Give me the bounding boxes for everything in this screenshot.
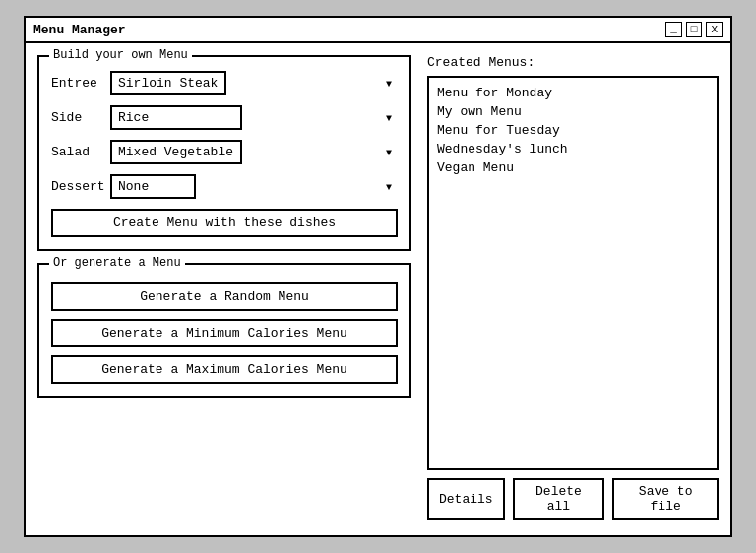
build-menu-label: Build your own Menu [49, 48, 192, 62]
generate-random-button[interactable]: Generate a Random Menu [51, 282, 398, 311]
dessert-select-wrapper: None Ice Cream Cake Pie [110, 174, 398, 199]
side-label: Side [51, 110, 110, 125]
salad-select[interactable]: Mixed Vegetable Caesar Greek None [110, 140, 242, 164]
window-title: Menu Manager [33, 23, 126, 37]
salad-select-wrapper: Mixed Vegetable Caesar Greek None [110, 140, 398, 164]
dessert-row: Dessert None Ice Cream Cake Pie [51, 174, 398, 199]
list-item[interactable]: Vegan Menu [437, 158, 709, 177]
list-item[interactable]: Wednesday's lunch [437, 140, 709, 158]
list-item[interactable]: Menu for Monday [437, 84, 709, 102]
list-item[interactable]: My own Menu [437, 102, 709, 121]
side-select-wrapper: Rice Mashed Potatoes Fries None [110, 105, 398, 130]
side-row: Side Rice Mashed Potatoes Fries None [51, 105, 398, 130]
create-menu-button[interactable]: Create Menu with these dishes [51, 209, 398, 237]
generate-buttons-container: Generate a Random Menu Generate a Minimu… [51, 282, 398, 384]
menus-list[interactable]: Menu for Monday My own Menu Menu for Tue… [427, 76, 719, 470]
maximize-button[interactable]: □ [686, 22, 703, 37]
left-panel: Build your own Menu Entree Sirloin Steak… [37, 55, 411, 520]
dessert-label: Dessert [51, 179, 110, 194]
list-item[interactable]: Menu for Tuesday [437, 121, 709, 140]
salad-row: Salad Mixed Vegetable Caesar Greek None [51, 140, 398, 164]
title-bar-controls: _ □ X [665, 22, 723, 37]
right-panel: Created Menus: Menu for Monday My own Me… [427, 55, 719, 520]
bottom-buttons-container: Details Delete all Save to file [427, 478, 719, 520]
entree-row: Entree Sirloin Steak Chicken Fish Pasta [51, 71, 398, 95]
minimize-button[interactable]: _ [665, 22, 682, 37]
delete-all-button[interactable]: Delete all [513, 478, 605, 520]
save-to-file-button[interactable]: Save to file [612, 478, 719, 520]
side-select[interactable]: Rice Mashed Potatoes Fries None [110, 105, 242, 130]
generate-menu-group: Or generate a Menu Generate a Random Men… [37, 263, 411, 398]
dessert-select[interactable]: None Ice Cream Cake Pie [110, 174, 196, 199]
entree-select-wrapper: Sirloin Steak Chicken Fish Pasta [110, 71, 398, 95]
salad-label: Salad [51, 145, 110, 159]
build-menu-group: Build your own Menu Entree Sirloin Steak… [37, 55, 411, 251]
close-button[interactable]: X [706, 22, 723, 37]
main-window: Menu Manager _ □ X Build your own Menu E… [24, 16, 732, 537]
entree-label: Entree [51, 76, 110, 91]
created-menus-label: Created Menus: [427, 55, 719, 70]
generate-max-calories-button[interactable]: Generate a Maximum Calories Menu [51, 355, 398, 384]
details-button[interactable]: Details [427, 478, 505, 520]
generate-min-calories-button[interactable]: Generate a Minimum Calories Menu [51, 319, 398, 347]
entree-select[interactable]: Sirloin Steak Chicken Fish Pasta [110, 71, 226, 95]
window-content: Build your own Menu Entree Sirloin Steak… [26, 43, 730, 531]
generate-menu-label: Or generate a Menu [49, 256, 185, 270]
title-bar: Menu Manager _ □ X [26, 18, 730, 43]
